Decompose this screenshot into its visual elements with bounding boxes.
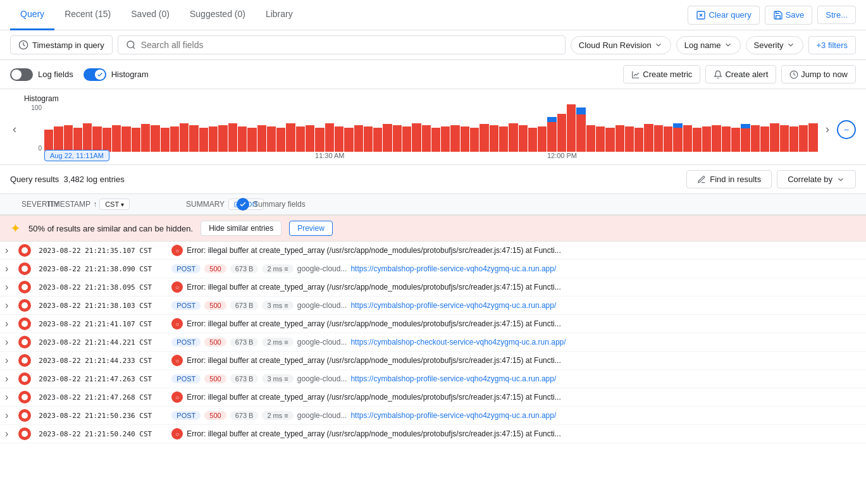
histogram-bar bbox=[441, 126, 450, 152]
histogram-bar bbox=[683, 125, 692, 152]
expand-row-arrow[interactable]: › bbox=[0, 410, 13, 421]
histogram-bar bbox=[161, 128, 170, 152]
severity-error-icon bbox=[18, 427, 31, 440]
response-size-badge: 673 B bbox=[230, 264, 259, 273]
table-row[interactable]: ›2023-08-22 21:21:35.107 CST○Error: ille… bbox=[0, 242, 866, 260]
table-row[interactable]: ›2023-08-22 21:21:38.095 CST○Error: ille… bbox=[0, 278, 866, 297]
histogram-bar bbox=[112, 125, 121, 152]
histogram-bar bbox=[73, 128, 82, 152]
histogram-bar bbox=[296, 126, 305, 152]
save-button[interactable]: Save bbox=[765, 6, 813, 25]
histogram-bar bbox=[335, 126, 343, 152]
create-metric-button[interactable]: Create metric bbox=[623, 65, 700, 83]
expand-row-arrow[interactable]: › bbox=[0, 263, 13, 274]
histogram-nav-right[interactable]: › bbox=[823, 120, 832, 138]
histogram-bar bbox=[615, 125, 624, 152]
table-row[interactable]: ›2023-08-22 21:21:38.103 CSTPOST500673 B… bbox=[0, 297, 866, 315]
histogram-nav-left[interactable]: ‹ bbox=[10, 120, 19, 138]
table-row[interactable]: ›2023-08-22 21:21:47.263 CSTPOST500673 B… bbox=[0, 370, 866, 388]
histogram-bar bbox=[470, 128, 479, 152]
timezone-button[interactable]: CST ▾ bbox=[99, 199, 130, 210]
find-in-results-button[interactable]: Find in results bbox=[686, 170, 772, 188]
cloud-run-filter-chip[interactable]: Cloud Run Revision bbox=[571, 36, 671, 54]
timestamp-button[interactable]: Timestamp in query bbox=[10, 35, 113, 54]
request-url-text: https://cymbalshop-profile-service-vqho4… bbox=[350, 301, 556, 310]
log-content: ○Error: illegal buffer at create_typed_a… bbox=[169, 318, 866, 329]
tab-saved[interactable]: Saved (0) bbox=[121, 0, 180, 30]
table-row[interactable]: ›2023-08-22 21:21:47.268 CST○Error: ille… bbox=[0, 388, 866, 407]
expand-row-arrow[interactable]: › bbox=[0, 318, 13, 329]
summary-fields-toggle[interactable] bbox=[237, 198, 249, 211]
expand-row-arrow[interactable]: › bbox=[0, 281, 13, 293]
search-box[interactable] bbox=[118, 35, 566, 54]
save-label: Save bbox=[786, 10, 805, 20]
histogram-bar bbox=[673, 123, 682, 152]
histogram-zoom-out[interactable]: − bbox=[837, 120, 856, 139]
histogram-bar bbox=[383, 124, 392, 152]
http-code-badge: 500 bbox=[204, 264, 226, 273]
histogram-bars[interactable] bbox=[44, 104, 818, 152]
histogram-bar bbox=[605, 128, 614, 152]
histogram-bar bbox=[431, 128, 440, 152]
time-mid-label: 11:30 AM bbox=[315, 152, 344, 159]
histogram-bar bbox=[567, 104, 576, 152]
histogram-bar bbox=[189, 125, 198, 152]
search-input[interactable] bbox=[141, 40, 557, 50]
http-code-badge: 500 bbox=[204, 338, 226, 347]
histogram-bar bbox=[654, 125, 663, 152]
error-circle-icon: ○ bbox=[171, 391, 183, 403]
tz-chevron-icon: ▾ bbox=[121, 201, 124, 208]
histogram-bar bbox=[199, 128, 208, 152]
histogram-toggle[interactable] bbox=[84, 68, 106, 81]
tab-suggested[interactable]: Suggested (0) bbox=[180, 0, 256, 30]
clear-query-button[interactable]: Clear query bbox=[688, 6, 759, 25]
expand-row-arrow[interactable]: › bbox=[0, 391, 13, 403]
preview-button[interactable]: Preview bbox=[289, 221, 333, 236]
th-timestamp[interactable]: TIMESTAMP ↑ CST ▾ bbox=[44, 199, 183, 210]
log-timestamp: 2023-08-22 21:21:35.107 CST bbox=[36, 247, 169, 255]
jump-to-now-label: Jump to now bbox=[801, 70, 848, 79]
histogram-bar bbox=[276, 128, 285, 152]
chevron-down-icon bbox=[654, 40, 663, 49]
create-alert-button[interactable]: Create alert bbox=[705, 65, 776, 83]
tab-recent[interactable]: Recent (15) bbox=[54, 0, 121, 30]
log-fields-label: Log fields bbox=[38, 70, 73, 79]
log-fields-toggle-row: Log fields bbox=[10, 68, 73, 81]
tab-library[interactable]: Library bbox=[256, 0, 303, 30]
error-message-text: Error: illegal buffer at create_typed_ar… bbox=[187, 319, 560, 328]
table-row[interactable]: ›2023-08-22 21:21:44.233 CST○Error: ille… bbox=[0, 352, 866, 370]
histogram-bar bbox=[64, 125, 73, 152]
tab-query[interactable]: Query bbox=[10, 0, 54, 30]
table-row[interactable]: ›2023-08-22 21:21:50.236 CSTPOST500673 B… bbox=[0, 407, 866, 425]
histogram-bar bbox=[770, 123, 779, 152]
jump-to-now-button[interactable]: Jump to now bbox=[781, 65, 856, 83]
histogram-bar bbox=[393, 125, 402, 152]
expand-row-arrow[interactable]: › bbox=[0, 373, 13, 384]
summary-fields-label: Summary fields bbox=[253, 200, 306, 209]
log-name-filter-chip[interactable]: Log name bbox=[676, 36, 741, 54]
histogram-bar bbox=[422, 125, 431, 152]
expand-row-arrow[interactable]: › bbox=[0, 428, 13, 439]
severity-filter-chip[interactable]: Severity bbox=[746, 36, 803, 54]
expand-row-arrow[interactable]: › bbox=[0, 245, 13, 256]
histogram-bar bbox=[344, 128, 353, 152]
correlate-by-button[interactable]: Correlate by bbox=[777, 170, 856, 188]
log-fields-toggle[interactable] bbox=[10, 68, 33, 81]
histogram-bar bbox=[218, 125, 227, 152]
table-row[interactable]: ›2023-08-22 21:21:38.090 CSTPOST500673 B… bbox=[0, 260, 866, 278]
histogram-bar bbox=[509, 123, 517, 152]
table-row[interactable]: ›2023-08-22 21:21:44.221 CSTPOST500673 B… bbox=[0, 333, 866, 352]
table-row[interactable]: ›2023-08-22 21:21:41.107 CST○Error: ille… bbox=[0, 315, 866, 333]
stream-button[interactable]: Stre... bbox=[817, 6, 856, 24]
hide-similar-button[interactable]: Hide similar entries bbox=[201, 221, 281, 236]
expand-row-arrow[interactable]: › bbox=[0, 336, 13, 348]
top-tabs-bar: Query Recent (15) Saved (0) Suggested (0… bbox=[0, 0, 866, 30]
more-filters-button[interactable]: +3 filters bbox=[808, 36, 857, 54]
table-row[interactable]: ›2023-08-22 21:21:50.240 CST○Error: ille… bbox=[0, 425, 866, 443]
expand-row-arrow[interactable]: › bbox=[0, 355, 13, 366]
histogram-section: ‹ Histogram 100 0 Aug 22, 11:11AM 11:30 … bbox=[0, 89, 866, 165]
histogram-bar bbox=[102, 128, 111, 152]
expand-row-arrow[interactable]: › bbox=[0, 300, 13, 311]
stream-label: Stre... bbox=[826, 10, 848, 20]
histogram-bar bbox=[306, 125, 314, 152]
